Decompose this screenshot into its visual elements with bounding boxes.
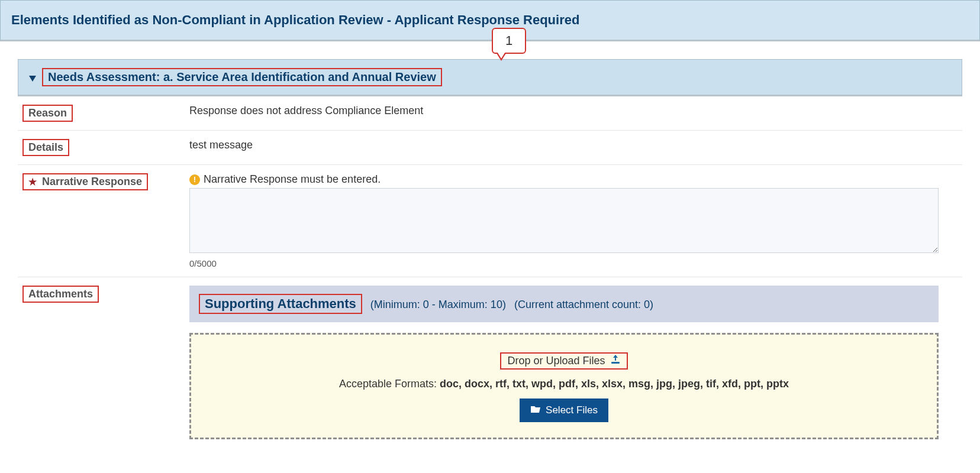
drop-label: Drop or Upload Files [507, 355, 605, 367]
attachments-title: Supporting Attachments [199, 294, 362, 314]
row-details: Details test message [18, 131, 962, 165]
svg-marker-0 [29, 76, 36, 82]
callout-tail-inner-icon [497, 51, 506, 59]
section-accordion-header[interactable]: Needs Assessment: a. Service Area Identi… [18, 59, 962, 96]
page-header: Elements Identified as Non-Compliant in … [0, 0, 980, 41]
details-label: Details [22, 139, 69, 156]
reason-value: Response does not address Compliance Ele… [189, 105, 962, 122]
select-files-label: Select Files [546, 404, 598, 416]
svg-rect-1 [611, 362, 620, 364]
warning-icon: ! [189, 174, 200, 185]
narrative-label: ★ Narrative Response [22, 173, 148, 190]
select-files-button[interactable]: Select Files [520, 399, 608, 422]
section-title: Needs Assessment: a. Service Area Identi… [42, 68, 442, 86]
formats-list: doc, docx, rtf, txt, wpd, pdf, xls, xlsx… [440, 378, 789, 390]
attachments-limits: (Minimum: 0 - Maximum: 10) [370, 299, 506, 311]
details-value: test message [189, 139, 962, 156]
row-narrative: ★ Narrative Response ! Narrative Respons… [18, 165, 962, 277]
narrative-warning: Narrative Response must be entered. [204, 173, 381, 186]
attachments-label: Attachments [22, 286, 99, 303]
attachments-header-bar: Supporting Attachments (Minimum: 0 - Max… [189, 286, 939, 322]
callout-number: 1 [492, 28, 526, 54]
caret-down-icon [29, 72, 36, 85]
formats-row: Acceptable Formats: doc, docx, rtf, txt,… [203, 378, 925, 390]
formats-label: Acceptable Formats: [339, 378, 440, 390]
reason-label: Reason [22, 105, 73, 122]
narrative-textarea[interactable] [189, 188, 939, 253]
narrative-counter: 0/5000 [189, 258, 939, 268]
folder-open-icon [530, 404, 541, 416]
required-star-icon: ★ [28, 177, 37, 187]
upload-icon [610, 355, 621, 367]
attachments-count: (Current attachment count: 0) [514, 299, 653, 311]
row-reason: Reason Response does not address Complia… [18, 96, 962, 131]
file-dropzone[interactable]: Drop or Upload Files Acceptable Formats:… [189, 333, 939, 439]
page-title: Elements Identified as Non-Compliant in … [11, 12, 579, 27]
row-attachments: Attachments Supporting Attachments (Mini… [18, 277, 962, 448]
narrative-label-text: Narrative Response [42, 176, 142, 187]
